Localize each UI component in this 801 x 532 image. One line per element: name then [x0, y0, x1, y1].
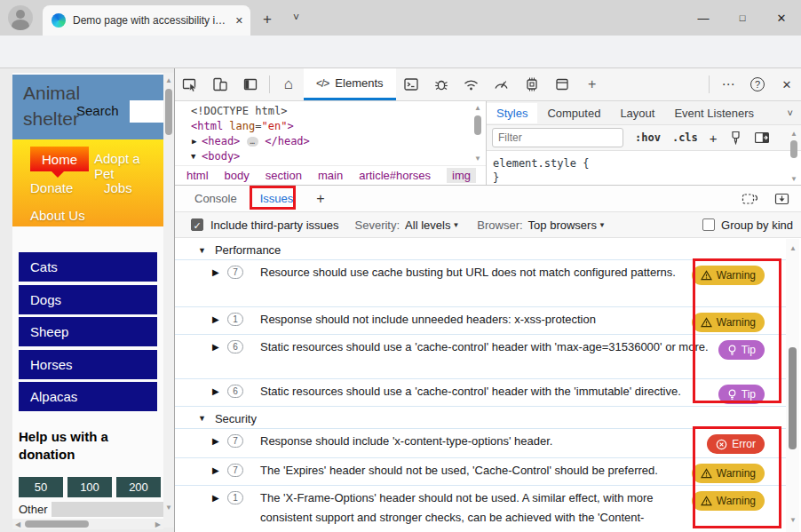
expand-drawer-icon[interactable]: [774, 192, 789, 206]
styles-scroll-thumb[interactable]: [790, 140, 797, 158]
page-vscroll-thumb[interactable]: [165, 89, 172, 135]
nav-item-donate[interactable]: Donate: [30, 180, 73, 195]
collapse-section-icon[interactable]: ▼: [198, 414, 206, 423]
dock-side-icon[interactable]: [235, 76, 266, 92]
breadcrumb-img[interactable]: img: [447, 168, 476, 183]
expand-issue-icon[interactable]: ▶: [212, 436, 219, 446]
window-maximize-button[interactable]: □: [723, 0, 762, 36]
tab-layout[interactable]: Layout: [610, 103, 664, 123]
breadcrumb-html[interactable]: html: [186, 169, 209, 182]
debugger-bug-icon[interactable]: [426, 76, 456, 92]
devtools-close-icon[interactable]: ✕: [772, 78, 801, 91]
drawer-more-tabs-icon[interactable]: +: [316, 191, 324, 207]
category-button-dogs[interactable]: Dogs: [19, 285, 157, 314]
more-tabs-chevron-icon[interactable]: ˅: [788, 107, 801, 118]
scroll-down-icon[interactable]: ▼: [789, 516, 797, 524]
expand-issue-icon[interactable]: ▶: [212, 386, 219, 396]
breadcrumb-main[interactable]: main: [318, 169, 343, 182]
dom-scrollbar[interactable]: ▲ ▼: [472, 104, 483, 163]
scroll-down-icon[interactable]: ▼: [790, 175, 797, 183]
window-minimize-button[interactable]: —: [684, 0, 723, 36]
category-button-cats[interactable]: Cats: [19, 252, 157, 282]
toggle-pseudo-classes[interactable]: :hov: [635, 131, 661, 144]
dom-tree[interactable]: <!DOCTYPE html> <html lang="en"> ▶<head>…: [175, 101, 486, 165]
expand-head-icon[interactable]: ▶: [192, 134, 196, 149]
expand-issue-icon[interactable]: ▶: [212, 465, 219, 475]
computed-sidebar-toggle-icon[interactable]: [754, 131, 770, 144]
collapsed-content-icon[interactable]: …: [247, 137, 258, 147]
console-tool-icon[interactable]: [396, 76, 426, 92]
tab-styles[interactable]: Styles: [487, 103, 537, 123]
severity-dropdown[interactable]: All levels: [405, 218, 450, 232]
dropdown-arrow-icon[interactable]: ▼: [599, 221, 606, 229]
donation-button-200[interactable]: 200: [116, 477, 161, 497]
scroll-right-icon[interactable]: ▶: [155, 520, 161, 528]
performance-gauge-icon[interactable]: [487, 76, 517, 92]
tab-console[interactable]: Console: [194, 192, 237, 205]
expand-issue-icon[interactable]: ▶: [212, 493, 219, 503]
expand-issue-icon[interactable]: ▶: [212, 314, 219, 324]
scroll-up-icon[interactable]: ▲: [474, 104, 481, 112]
profile-avatar-icon[interactable]: [8, 5, 33, 30]
category-button-alpacas[interactable]: Alpacas: [19, 382, 157, 411]
browser-tab[interactable]: Demo page with accessibility issu ✕: [43, 5, 250, 36]
dropdown-arrow-icon[interactable]: ▼: [452, 221, 459, 229]
tab-close-icon[interactable]: ✕: [235, 15, 243, 27]
scroll-down-icon[interactable]: ▼: [474, 155, 481, 163]
tab-list-chevron-icon[interactable]: ˅: [293, 12, 299, 24]
issue-reload-frame-icon[interactable]: [742, 192, 758, 206]
scroll-down-icon[interactable]: ▼: [165, 504, 172, 512]
window-close-button[interactable]: ✕: [762, 0, 801, 36]
styles-scrollbar[interactable]: ▲ ▼: [788, 130, 799, 183]
page-horizontal-scrollbar[interactable]: ◀ ▶: [12, 519, 163, 529]
network-wifi-icon[interactable]: [456, 76, 487, 92]
home-icon[interactable]: ⌂: [274, 75, 304, 93]
application-storage-icon[interactable]: [547, 76, 577, 92]
toggle-element-classes[interactable]: .cls: [672, 131, 698, 144]
scroll-up-icon[interactable]: ▲: [790, 130, 797, 138]
tab-elements[interactable]: </> Elements: [304, 68, 396, 100]
collapse-body-icon[interactable]: ▼: [191, 149, 195, 164]
donation-other-input[interactable]: [52, 502, 163, 517]
group-by-kind-checkbox[interactable]: [702, 218, 715, 231]
tab-computed[interactable]: Computed: [537, 103, 610, 123]
inspect-element-icon[interactable]: [175, 76, 205, 92]
expand-issue-icon[interactable]: ▶: [212, 267, 219, 277]
breadcrumb-article-horses[interactable]: article#horses: [359, 169, 431, 182]
styles-filter-input[interactable]: [492, 128, 623, 147]
expand-issue-icon[interactable]: ▶: [212, 342, 219, 352]
device-emulation-icon[interactable]: [205, 76, 235, 92]
nav-item-about-us[interactable]: About Us: [30, 208, 85, 223]
breadcrumb-section[interactable]: section: [266, 169, 302, 182]
dom-scroll-thumb[interactable]: [474, 115, 481, 135]
new-style-rule-icon[interactable]: +: [710, 131, 718, 146]
category-button-horses[interactable]: Horses: [19, 350, 157, 379]
dom-doctype[interactable]: <!DOCTYPE html>: [191, 105, 287, 117]
nav-item-jobs[interactable]: Jobs: [104, 180, 132, 195]
page-hscroll-thumb[interactable]: [25, 520, 89, 528]
tab-event-listeners[interactable]: Event Listeners: [664, 103, 764, 123]
issues-scrollbar[interactable]: ▲ ▼: [786, 239, 799, 532]
donation-button-50[interactable]: 50: [19, 477, 63, 497]
category-button-sheep[interactable]: Sheep: [19, 317, 157, 346]
issues-section-performance[interactable]: ▼ Performance: [175, 241, 786, 260]
element-style-rule[interactable]: element.style {: [493, 156, 801, 171]
devtools-more-options-icon[interactable]: ⋯: [713, 76, 743, 92]
browser-dropdown[interactable]: Top browsers: [528, 218, 597, 232]
site-search-input[interactable]: [130, 100, 163, 123]
scroll-up-icon[interactable]: ▲: [165, 76, 172, 84]
paint-brush-icon[interactable]: [729, 131, 742, 145]
breadcrumb-body[interactable]: body: [225, 169, 250, 182]
donation-button-100[interactable]: 100: [67, 477, 112, 497]
nav-item-home[interactable]: Home: [30, 147, 89, 171]
issues-scroll-thumb[interactable]: [789, 347, 797, 449]
memory-chip-icon[interactable]: [517, 76, 547, 92]
new-tab-button[interactable]: +: [263, 11, 272, 28]
scroll-up-icon[interactable]: ▲: [789, 244, 797, 252]
more-tools-plus-icon[interactable]: +: [577, 76, 607, 92]
include-third-party-checkbox[interactable]: ✓: [191, 218, 203, 231]
page-vertical-scrollbar[interactable]: ▲ ▼: [163, 73, 174, 528]
devtools-help-icon[interactable]: ?: [750, 77, 765, 91]
scroll-left-icon[interactable]: ◀: [15, 520, 20, 528]
nav-item-adopt-a-pet[interactable]: Adopt a Pet: [94, 151, 163, 181]
